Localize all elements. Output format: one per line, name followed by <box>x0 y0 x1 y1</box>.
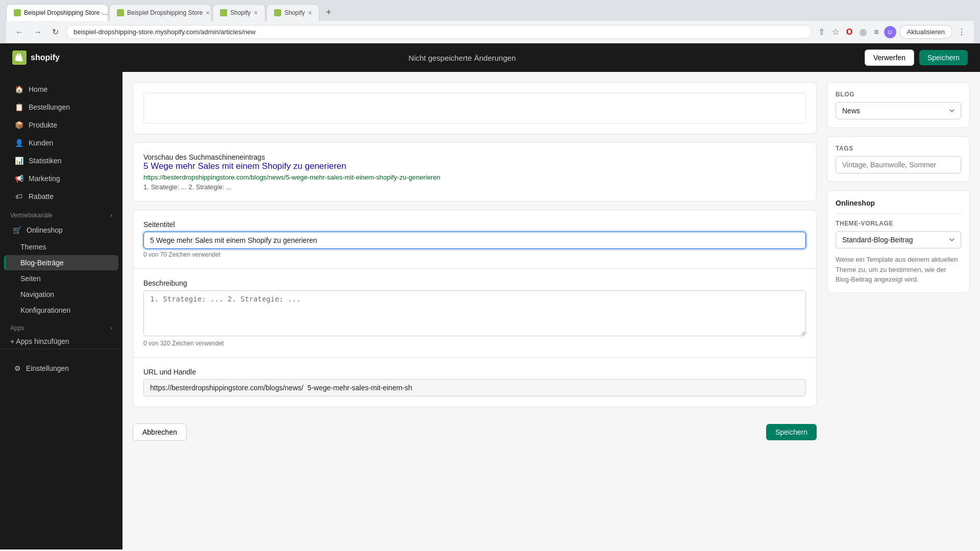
browser-nav-bar: ← → ↻ ⇧ ☆ O ◎ ≡ U Aktualisieren ⋮ <box>6 21 974 43</box>
browser-tab-3[interactable]: Shopify × <box>212 4 265 21</box>
blog-panel: Blog News Allgemein <box>827 82 970 128</box>
right-column: Blog News Allgemein TAGS Onlineshop Them… <box>827 82 970 539</box>
sidebar-label-rabatte: Rabatte <box>29 192 54 201</box>
sidebar-item-themes[interactable]: Themes <box>4 239 118 255</box>
shopify-wordmark: shopify <box>31 53 60 62</box>
browser-tab-2[interactable]: Beispiel Dropshipping Store × <box>109 4 211 21</box>
tab-icon-2 <box>117 9 124 16</box>
user-avatar[interactable]: U <box>884 26 896 38</box>
extension-icon[interactable]: ◎ <box>857 25 869 39</box>
header-actions: Verwerfen Speichern <box>865 49 968 66</box>
tags-input[interactable] <box>836 156 961 173</box>
shopify-logo-icon <box>12 51 27 65</box>
editor-card-body <box>133 83 816 134</box>
bookmark-icon[interactable]: ☆ <box>830 25 841 39</box>
seo-preview-link[interactable]: 5 Wege mehr Sales mit einem Shopify zu g… <box>143 161 806 171</box>
sidebar-item-einstellungen[interactable]: ⚙ Einstellungen <box>4 360 118 377</box>
apps-label: Apps <box>10 324 24 332</box>
seo-preview-body: Vorschau des Suchmaschineneintrags 5 Weg… <box>133 143 816 201</box>
url-input[interactable] <box>143 379 806 396</box>
reload-button[interactable]: ↻ <box>49 25 62 39</box>
seitentitel-input[interactable] <box>143 232 806 249</box>
beschreibung-label: Beschreibung <box>143 279 806 287</box>
sidebar-item-blog-beitraege[interactable]: Blog-Beiträge <box>4 255 118 270</box>
onlineshop-panel: Onlineshop Theme-Vorlage Standard-Blog-B… <box>827 190 970 293</box>
tab-icon-4 <box>274 9 281 16</box>
close-tab-2[interactable]: × <box>206 9 210 17</box>
seo-preview-url: https://besterdropshippingstore.com/blog… <box>143 173 806 181</box>
sidebar-item-home[interactable]: 🏠 Home <box>4 81 118 98</box>
add-apps-item[interactable]: + Apps hinzufügen <box>0 334 122 349</box>
sidebar-item-navigation[interactable]: Navigation <box>4 287 118 302</box>
tab-label-1: Beispiel Dropshipping Store ·... <box>24 9 108 16</box>
stats-icon: 📊 <box>14 156 23 165</box>
marketing-icon: 📢 <box>14 174 23 183</box>
blog-panel-label: Blog <box>836 91 961 98</box>
content-area: Vorschau des Suchmaschineneintrags 5 Weg… <box>122 72 980 549</box>
sidebar-label-kunden: Kunden <box>29 139 53 147</box>
blog-select[interactable]: News Allgemein <box>836 102 961 119</box>
forward-button[interactable]: → <box>31 26 45 39</box>
apps-section: Apps › <box>0 318 122 334</box>
main-column: Vorschau des Suchmaschineneintrags 5 Weg… <box>133 82 817 539</box>
sidebar-item-kunden[interactable]: 👤 Kunden <box>4 134 118 152</box>
url-label: URL und Handle <box>143 368 806 376</box>
tab-icon-3 <box>220 9 227 16</box>
tags-panel-label: TAGS <box>836 145 961 152</box>
seo-section-title: Vorschau des Suchmaschineneintrags <box>143 153 806 161</box>
speichern-button[interactable]: Speichern <box>919 50 968 65</box>
sidebar-label-marketing: Marketing <box>29 174 60 183</box>
editor-area[interactable] <box>143 93 806 123</box>
back-button[interactable]: ← <box>12 26 27 39</box>
add-apps-label: + Apps hinzufügen <box>10 337 69 345</box>
sidebar-item-onlineshop[interactable]: 🛒 Onlineshop <box>4 221 118 239</box>
beschreibung-char-count: 0 von 320 Zeichen verwendet <box>143 340 806 347</box>
sidebar-label-bestellungen: Bestellungen <box>29 103 70 111</box>
verwerfen-button[interactable]: Verwerfen <box>865 49 914 66</box>
sidebar-label-statistiken: Statistiken <box>29 157 62 165</box>
products-icon: 📦 <box>14 120 23 130</box>
shopify-logo: shopify <box>12 51 60 65</box>
sidebar-item-statistiken[interactable]: 📊 Statistiken <box>4 152 118 169</box>
onlineshop-panel-title: Onlineshop <box>836 199 961 207</box>
browser-chrome: Beispiel Dropshipping Store ·... × Beisp… <box>0 0 980 43</box>
theme-vorlage-description: Weise ein Template aus deinem aktuellen … <box>836 255 961 285</box>
sidebar-label-produkte: Produkte <box>29 121 57 129</box>
app-header: shopify Nicht gespeicherte Änderungen Ve… <box>0 43 980 72</box>
sidebar-item-bestellungen[interactable]: 📋 Bestellungen <box>4 98 118 116</box>
home-icon: 🏠 <box>14 85 23 94</box>
tab-label-2: Beispiel Dropshipping Store <box>127 9 203 16</box>
update-button[interactable]: Aktualisieren <box>899 25 952 39</box>
sidebar-item-rabatte[interactable]: 🏷 Rabatte <box>4 188 118 205</box>
sidebar-item-konfigurationen[interactable]: Konfigurationen <box>4 303 118 318</box>
close-tab-4[interactable]: × <box>308 9 312 17</box>
browser-tab-4[interactable]: Shopify × <box>266 4 320 21</box>
more-icon[interactable]: ≡ <box>872 26 880 39</box>
browser-tab-1[interactable]: Beispiel Dropshipping Store ·... × <box>6 4 108 21</box>
main-layout: 🏠 Home 📋 Bestellungen 📦 Produkte 👤 Kunde… <box>0 72 980 549</box>
tab-icon-1 <box>14 9 21 16</box>
abbrechen-button[interactable]: Abbrechen <box>133 423 187 441</box>
seitentitel-section: Seitentitel 0 von 70 Zeichen verwendet <box>133 210 816 268</box>
new-tab-button[interactable]: + <box>321 4 336 21</box>
chevron-right-icon: › <box>110 212 112 219</box>
address-bar[interactable] <box>66 25 812 39</box>
sidebar: 🏠 Home 📋 Bestellungen 📦 Produkte 👤 Kunde… <box>0 72 122 549</box>
sidebar-item-produkte[interactable]: 📦 Produkte <box>4 116 118 134</box>
beschreibung-textarea[interactable]: 1. Strategie: ... 2. Strategie: ... <box>143 290 806 336</box>
bottom-actions: Abbrechen Speichern <box>133 415 817 449</box>
settings-icon: ⚙ <box>14 364 21 372</box>
sidebar-item-marketing[interactable]: 📢 Marketing <box>4 170 118 187</box>
close-tab-3[interactable]: × <box>254 9 258 17</box>
tab-label-4: Shopify <box>284 9 305 16</box>
opera-icon[interactable]: O <box>844 26 854 39</box>
menu-dots-icon[interactable]: ⋮ <box>955 25 968 39</box>
sidebar-item-seiten[interactable]: Seiten <box>4 271 118 286</box>
sidebar-label-home: Home <box>29 85 47 93</box>
browser-tabs: Beispiel Dropshipping Store ·... × Beisp… <box>6 4 974 21</box>
save-bottom-button[interactable]: Speichern <box>766 424 817 440</box>
theme-vorlage-select[interactable]: Standard-Blog-Beitrag <box>836 231 961 248</box>
theme-vorlage-label: Theme-Vorlage <box>836 220 961 227</box>
seo-preview-card: Vorschau des Suchmaschineneintrags 5 Weg… <box>133 142 817 202</box>
share-icon[interactable]: ⇧ <box>816 25 827 39</box>
